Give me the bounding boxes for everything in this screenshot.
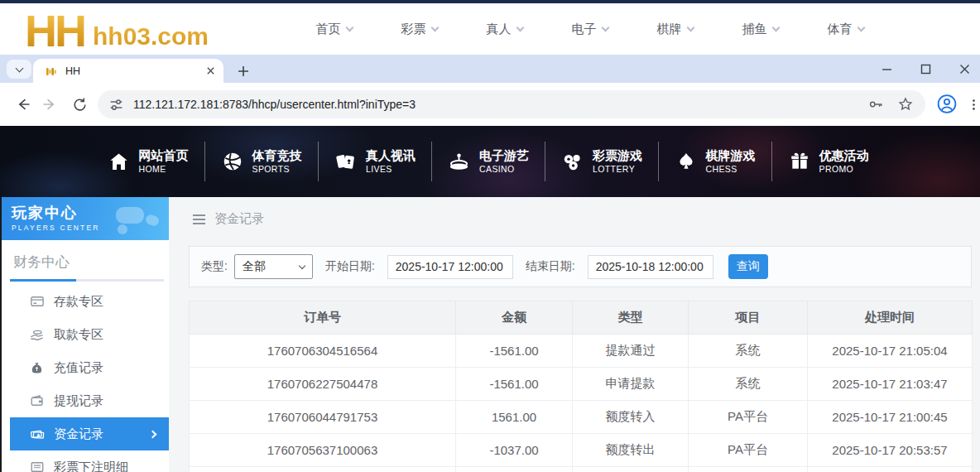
sidebar-item-deposit-zone[interactable]: 存款专区 — [2, 285, 169, 318]
lottery-balls-icon — [561, 151, 584, 173]
game-nav-lives[interactable]: 真人视讯LIVES — [318, 142, 431, 181]
end-date-label: 结束日期: — [526, 259, 575, 274]
chevron-down-icon — [430, 23, 439, 31]
start-date-input[interactable] — [387, 255, 513, 279]
bank-card-icon — [29, 294, 45, 310]
finance-center-heading: 财务中心 — [13, 253, 169, 272]
game-nav-en: LOTTERY — [593, 164, 642, 175]
tab-close-icon[interactable] — [206, 66, 215, 75]
cell-type: 提款通过 — [573, 335, 689, 368]
game-nav-casino[interactable]: 电子游艺CASINO — [431, 142, 545, 181]
new-tab-button[interactable] — [234, 62, 252, 80]
page-title: 资金记录 — [214, 211, 264, 227]
cell-item: 系统 — [689, 335, 808, 368]
site-nav-sports[interactable]: 体育 — [803, 22, 888, 37]
breadcrumb: 资金记录 — [193, 211, 264, 227]
site-nav-label: 首页 — [316, 22, 341, 37]
url-text[interactable]: 112.121.172.181:8783/hhcp/usercenter.htm… — [133, 98, 416, 111]
game-nav-zh: 电子游艺 — [479, 148, 529, 164]
sidebar-item-label: 取款专区 — [54, 327, 103, 343]
cell-process-time: 2025-10-17 21:03:47 — [808, 368, 973, 401]
query-button[interactable]: 查询 — [728, 254, 768, 279]
chevron-down-icon — [345, 23, 353, 31]
window-controls — [882, 55, 977, 83]
sidebar-item-withdrawal-records[interactable]: 提现记录 — [2, 384, 169, 417]
browser-tab-strip: HH — [0, 55, 980, 83]
site-nav-fishing[interactable]: 捕鱼 — [718, 22, 803, 37]
game-nav-en: SPORTS — [252, 164, 302, 175]
cell-amount: -1561.00 — [456, 335, 573, 368]
site-nav-chess[interactable]: 棋牌 — [632, 22, 718, 37]
wallet-icon — [29, 393, 45, 409]
sidebar: 玩家中心 PLAYERS CENTER 财务中心 存款专区 — [0, 197, 169, 472]
site-nav-label: 真人 — [487, 22, 512, 37]
browser-tab[interactable]: HH — [33, 59, 223, 83]
game-nav-items: 网站首页HOME 体育竞技SPORTS 真人视讯LIVES — [91, 126, 885, 197]
game-nav-zh: 网站首页 — [139, 148, 189, 164]
sidebar-item-label: 存款专区 — [54, 294, 103, 310]
window-maximize-button[interactable] — [920, 64, 931, 75]
game-nav-home[interactable]: 网站首页HOME — [91, 142, 204, 181]
type-select[interactable]: 全部 — [234, 254, 313, 279]
site-nav-home[interactable]: 首页 — [291, 22, 377, 37]
sidebar-item-lottery-bet-details[interactable]: 彩票下注明细 — [2, 450, 169, 472]
sidebar-item-recharge-records[interactable]: 充值记录 — [2, 351, 169, 384]
site-nav-lottery[interactable]: 彩票 — [377, 22, 462, 37]
cell-item: PA平台 — [689, 401, 808, 434]
gift-icon — [789, 151, 810, 172]
col-order-no: 订单号 — [190, 301, 456, 335]
sidebar-item-withdraw-zone[interactable]: 取款专区 — [2, 318, 169, 351]
sidebar-item-fund-records[interactable]: 资金记录 — [10, 417, 169, 450]
address-bar[interactable]: 112.121.172.181:8783/hhcp/usercenter.htm… — [98, 90, 925, 118]
bookmark-star-icon[interactable] — [897, 96, 914, 113]
plus-icon — [238, 65, 249, 77]
game-nav-lottery[interactable]: 彩票游戏LOTTERY — [545, 142, 658, 181]
cell-order-no: 1760705637100063 — [190, 434, 456, 467]
window-close-button[interactable] — [959, 64, 970, 75]
game-nav-en: LIVES — [366, 164, 416, 175]
reload-button[interactable] — [70, 94, 89, 114]
site-logo[interactable]: HH hh03.com — [25, 3, 209, 55]
end-date-input[interactable] — [588, 255, 713, 279]
chevron-down-icon — [857, 23, 865, 31]
game-nav-chess[interactable]: 棋牌游戏CHESS — [658, 142, 771, 181]
game-nav-en: HOME — [139, 164, 189, 175]
game-nav-promo[interactable]: 优惠活动PROMO — [771, 142, 885, 181]
password-key-icon[interactable] — [867, 96, 884, 113]
game-nav-zh: 优惠活动 — [819, 148, 869, 164]
site-nav-slots[interactable]: 电子 — [547, 22, 632, 37]
cell-order-no: 1760706227504478 — [190, 368, 456, 401]
home-icon — [108, 151, 130, 173]
back-button[interactable] — [13, 94, 33, 114]
col-type: 类型 — [573, 301, 689, 335]
cell-item: PA平台 — [689, 434, 808, 467]
playing-cards-icon — [334, 151, 357, 173]
sports-ball-icon — [222, 151, 243, 172]
browser-menu-icon[interactable] — [963, 94, 980, 114]
col-amount: 金额 — [456, 301, 573, 335]
sidebar-banner: 玩家中心 PLAYERS CENTER — [2, 197, 169, 240]
filter-panel: 类型: 全部 开始日期: 结束日期: 查询 — [189, 246, 972, 287]
site-nav-label: 彩票 — [401, 22, 426, 37]
logo-domain-text: hh03.com — [93, 18, 209, 55]
profile-avatar-icon[interactable] — [937, 94, 957, 113]
browser-toolbar: 112.121.172.181:8783/hhcp/usercenter.htm… — [0, 83, 980, 126]
site-nav-live[interactable]: 真人 — [462, 22, 547, 37]
site-settings-icon[interactable] — [109, 98, 123, 112]
site-nav-label: 捕鱼 — [742, 22, 767, 37]
tab-search-button[interactable] — [7, 60, 31, 79]
hamburger-icon[interactable] — [193, 214, 205, 224]
sidebar-menu: 存款专区 取款专区 充值记录 — [2, 285, 169, 472]
game-nav-en: CHESS — [706, 164, 756, 175]
game-nav-sports[interactable]: 体育竞技SPORTS — [204, 142, 318, 181]
tab-title: HH — [65, 65, 206, 77]
window-minimize-button[interactable] — [882, 64, 892, 75]
section-underline — [10, 279, 164, 282]
omnibox-actions — [867, 96, 914, 113]
type-select-value: 全部 — [243, 259, 266, 274]
site-header: HH hh03.com 首页 彩票 真人 电子 棋牌 捕鱼 体育 — [0, 3, 980, 55]
site-nav-label: 体育 — [828, 22, 853, 37]
cell-process-time: 2025-10-17 20:53:57 — [808, 434, 973, 467]
cell-order-no: 1760706304516564 — [190, 335, 456, 368]
forward-button[interactable] — [40, 94, 60, 114]
